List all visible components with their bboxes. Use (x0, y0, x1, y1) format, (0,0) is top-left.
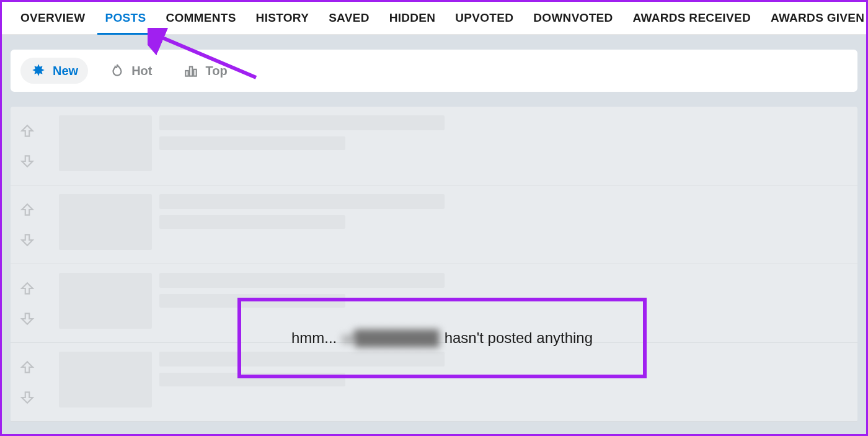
tab-upvoted[interactable]: UPVOTED (445, 2, 523, 34)
empty-prefix: hmm... (291, 329, 337, 347)
bars-icon (183, 63, 199, 79)
tab-saved[interactable]: SAVED (319, 2, 379, 34)
tab-downvoted[interactable]: DOWNVOTED (523, 2, 622, 34)
tab-posts[interactable]: POSTS (95, 2, 156, 34)
downvote-icon (19, 311, 44, 327)
skeleton-row (11, 185, 857, 264)
svg-rect-1 (186, 71, 188, 76)
tab-awards-given[interactable]: AWARDS GIVEN (761, 2, 868, 34)
tab-history[interactable]: HISTORY (246, 2, 319, 34)
upvote-icon (19, 202, 44, 218)
sort-new[interactable]: New (20, 58, 88, 84)
empty-username-blurred: u/████████ (342, 329, 439, 347)
downvote-icon (19, 153, 44, 169)
content-area: New Hot Top (2, 35, 866, 422)
post-feed-skeleton: hmm... u/████████ hasn't posted anything (11, 107, 857, 422)
flame-icon (109, 63, 125, 79)
svg-rect-3 (194, 69, 197, 76)
upvote-icon (19, 123, 44, 139)
skeleton-row (11, 107, 857, 185)
upvote-icon (19, 280, 44, 296)
svg-rect-2 (190, 67, 192, 76)
empty-suffix: hasn't posted anything (445, 329, 593, 347)
tab-hidden[interactable]: HIDDEN (379, 2, 446, 34)
tab-overview[interactable]: OVERVIEW (11, 2, 95, 34)
sort-top[interactable]: Top (173, 58, 237, 84)
sort-bar: New Hot Top (11, 50, 857, 92)
downvote-icon (19, 389, 44, 406)
empty-state-message: hmm... u/████████ hasn't posted anything (291, 329, 593, 347)
profile-tabbar: OVERVIEW POSTS COMMENTS HISTORY SAVED HI… (2, 2, 866, 35)
sort-new-label: New (53, 64, 78, 78)
tab-comments[interactable]: COMMENTS (156, 2, 246, 34)
empty-state-highlight: hmm... u/████████ hasn't posted anything (237, 298, 647, 378)
tab-awards-received[interactable]: AWARDS RECEIVED (623, 2, 761, 34)
downvote-icon (19, 232, 44, 248)
upvote-icon (19, 359, 44, 375)
sort-hot[interactable]: Hot (99, 58, 162, 84)
sort-hot-label: Hot (131, 64, 152, 78)
burst-icon (30, 63, 46, 79)
sort-top-label: Top (205, 64, 227, 78)
